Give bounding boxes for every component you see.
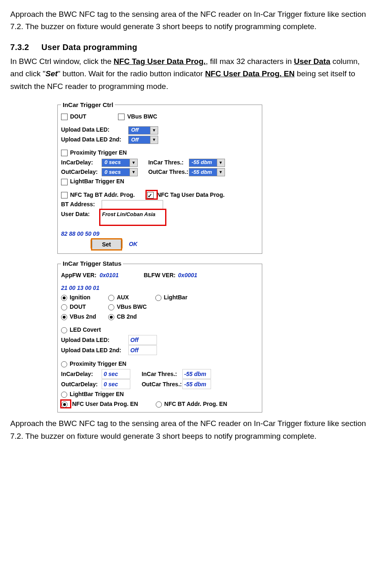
- status-legend: InCar Trigger Status: [61, 259, 123, 269]
- ref-set-button: Set: [45, 69, 58, 78]
- chevron-down-icon: ▼: [217, 159, 225, 167]
- incarthres-label: InCar Thres.:: [148, 158, 187, 167]
- ctrl-legend: InCar Trigger Ctrl: [61, 100, 115, 110]
- section-title: User Data programming: [41, 43, 137, 52]
- incarthres-dropdown[interactable]: -55 dbm ▼: [189, 159, 225, 167]
- status-incardelay-label: InCarDelay:: [61, 369, 100, 378]
- ref-user-data: User Data: [294, 57, 330, 66]
- section-heading: 7.3.2User Data programming: [10, 41, 367, 54]
- nfc-user-data-label: NFC Tag User Data Prog.: [157, 190, 225, 199]
- chevron-down-icon: ▼: [130, 159, 138, 167]
- status-outcardelay-value: 0 sec: [102, 379, 130, 389]
- ref-nfc-tag-user-data-prog: NFC Tag User Data Prog.: [114, 57, 206, 66]
- status-upload-led-label: Upload Data LED:: [61, 335, 127, 344]
- status-incarthres-label: InCar Thres.:: [142, 369, 181, 378]
- vbus-bwc-checkbox[interactable]: [118, 114, 125, 120]
- status-outcardelay-label: OutCarDelay:: [61, 380, 100, 389]
- blfw-ver-value: 0x0001: [178, 272, 198, 278]
- led-covert-radio[interactable]: [61, 327, 67, 333]
- instruction-paragraph: In BWC Ctrl window, click the NFC Tag Us…: [10, 55, 367, 93]
- section-number: 7.3.2: [10, 43, 29, 52]
- outcarthres-dropdown[interactable]: -55 dbm ▼: [189, 168, 225, 176]
- nfc-bt-addr-label: NFC Tag BT Addr. Prog.: [70, 190, 135, 199]
- incardelay-value: 0 secs: [102, 159, 130, 167]
- incardelay-dropdown[interactable]: 0 secs ▼: [102, 159, 138, 167]
- lightbar-label: LightBar: [164, 293, 188, 302]
- incardelay-label: InCarDelay:: [61, 158, 100, 167]
- vbus-bwc-status-label: VBus BWC: [117, 302, 147, 311]
- aux-label: AUX: [117, 293, 154, 302]
- upload-data-led-value: Off: [128, 126, 150, 134]
- nfc-bt-addr-prog-en-label: NFC BT Addr. Prog. EN: [164, 399, 227, 408]
- incarthres-value: -55 dbm: [189, 159, 217, 167]
- upload-data-led-label: Upload Data LED:: [61, 125, 127, 134]
- appfw-ver-value: 0x0101: [100, 271, 132, 280]
- cb-2nd-radio[interactable]: [108, 314, 114, 320]
- blfw-ver-label: BLFW VER:: [144, 271, 177, 280]
- outcardelay-label: OutCarDelay:: [61, 167, 100, 176]
- vbus-bwc-label: VBus BWC: [127, 112, 157, 121]
- vbus-2nd-radio[interactable]: [61, 314, 67, 320]
- outcarthres-value: -55 dbm: [189, 168, 217, 176]
- ctrl-ok-status: OK: [129, 241, 137, 247]
- status-lightbar-trigger-label: LightBar Trigger EN: [70, 390, 124, 399]
- vbus-bwc-radio[interactable]: [108, 304, 114, 310]
- aux-radio[interactable]: [108, 295, 114, 301]
- dout-checkbox[interactable]: [61, 114, 68, 120]
- nfc-user-data-prog-en-radio[interactable]: [61, 401, 68, 408]
- ref-nfc-user-data-prog-en: NFC User Data Prog. EN: [205, 69, 295, 78]
- dout-status-label: DOUT: [70, 302, 107, 311]
- status-incardelay-value: 0 sec: [102, 369, 130, 379]
- proximity-trigger-checkbox[interactable]: [61, 150, 68, 156]
- intro-paragraph: Approach the BWC NFC tag to the sensing …: [10, 8, 367, 33]
- status-proximity-radio[interactable]: [61, 361, 67, 367]
- dout-label: DOUT: [70, 112, 86, 121]
- dout-radio[interactable]: [61, 304, 67, 310]
- bt-address-input[interactable]: [102, 200, 163, 209]
- chevron-down-icon: ▼: [217, 168, 225, 176]
- nfc-user-data-checkbox[interactable]: [147, 192, 154, 198]
- closing-paragraph: Approach the BWC NFC tag to the sensing …: [10, 417, 367, 442]
- outcardelay-value: 0 secs: [102, 168, 130, 176]
- lightbar-radio[interactable]: [155, 295, 161, 301]
- outcardelay-dropdown[interactable]: 0 secs ▼: [102, 168, 138, 176]
- lightbar-trigger-label: LightBar Trigger EN: [70, 177, 124, 186]
- ctrl-hex-status: 82 88 00 50 09: [61, 230, 99, 237]
- chevron-down-icon: ▼: [130, 168, 138, 176]
- proximity-trigger-label: Proximity Trigger EN: [70, 148, 127, 157]
- nfc-bt-addr-prog-en-radio[interactable]: [156, 401, 162, 408]
- status-upload-led-2nd-label: Upload Data LED 2nd:: [61, 346, 127, 355]
- led-covert-label: LED Covert: [70, 325, 101, 334]
- nfc-user-data-prog-en-label: NFC User Data Prog. EN: [72, 399, 154, 408]
- status-lightbar-trigger-radio[interactable]: [61, 392, 67, 398]
- cb-2nd-label: CB 2nd: [117, 312, 137, 321]
- status-outcarthres-value: -55 dbm: [182, 379, 211, 389]
- user-data-input[interactable]: Frost Lin/Coban Asia: [100, 210, 166, 225]
- nfc-bt-addr-checkbox[interactable]: [61, 192, 68, 198]
- outcarthres-label: OutCar Thres.:: [148, 167, 187, 176]
- ignition-radio[interactable]: [61, 295, 67, 301]
- lightbar-trigger-checkbox[interactable]: [61, 179, 68, 185]
- bt-address-label: BT Address:: [61, 200, 100, 209]
- status-upload-led-value: Off: [128, 335, 157, 345]
- set-button[interactable]: Set: [92, 239, 121, 250]
- status-incarthres-value: -55 dbm: [182, 369, 211, 379]
- status-outcarthres-label: OutCar Thres.:: [142, 380, 181, 389]
- chevron-down-icon: ▼: [150, 126, 158, 134]
- incar-trigger-ctrl-panel: InCar Trigger Ctrl DOUT VBus BWC Upload …: [57, 100, 262, 254]
- upload-data-led-2nd-value: Off: [128, 136, 150, 144]
- chevron-down-icon: ▼: [150, 136, 158, 144]
- status-hex: 21 00 13 00 01: [61, 285, 99, 291]
- status-upload-led-2nd-value: Off: [128, 345, 157, 355]
- upload-data-led-2nd-dropdown[interactable]: Off ▼: [128, 136, 158, 144]
- vbus-2nd-label: VBus 2nd: [70, 312, 107, 321]
- upload-data-led-dropdown[interactable]: Off ▼: [128, 126, 158, 134]
- incar-trigger-status-panel: InCar Trigger Status AppFW VER: 0x0101 B…: [57, 259, 262, 413]
- user-data-label: User Data:: [61, 210, 100, 219]
- appfw-ver-label: AppFW VER:: [61, 271, 98, 280]
- status-proximity-label: Proximity Trigger EN: [70, 359, 126, 368]
- upload-data-led-2nd-label: Upload Data LED 2nd:: [61, 135, 127, 144]
- ignition-label: Ignition: [70, 293, 107, 302]
